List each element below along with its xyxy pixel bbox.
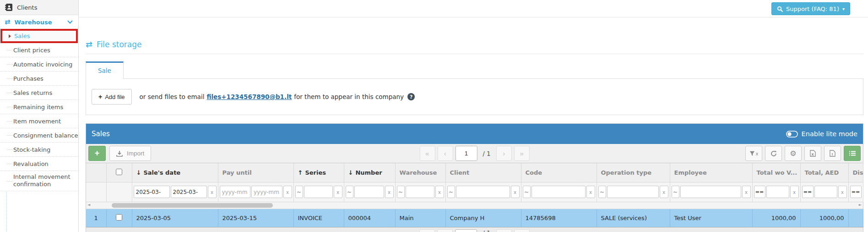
settings-button[interactable]: ⚙: [785, 146, 802, 161]
employee-filter-input[interactable]: [680, 186, 741, 198]
scrollbar-thumb[interactable]: [112, 203, 273, 208]
clear-filter-button[interactable]: x: [511, 186, 520, 198]
add-sale-button[interactable]: +: [88, 146, 106, 161]
total-aed-filter-input[interactable]: [814, 186, 837, 198]
equals-operator[interactable]: ==: [850, 186, 862, 198]
sidebar-item-warehouse[interactable]: ⇄ Warehouse: [0, 15, 78, 29]
prev-page-button[interactable]: ‹: [437, 229, 453, 232]
next-page-button[interactable]: ›: [496, 229, 512, 232]
page-number-input[interactable]: [455, 229, 477, 232]
sidebar-item-item-movement[interactable]: Item movement: [0, 114, 78, 128]
code-filter-input[interactable]: [532, 186, 586, 198]
cell-total-aed[interactable]: 1000,00: [800, 209, 848, 227]
total-wo-vat-filter-input[interactable]: [766, 186, 789, 198]
sidebar-item-automatic-invoicing[interactable]: Automatic invoicing: [0, 57, 78, 72]
sidebar-item-sales[interactable]: Sales: [0, 29, 78, 43]
contains-operator[interactable]: ~: [295, 186, 303, 198]
refresh-button[interactable]: [765, 146, 782, 161]
col-sales-date[interactable]: ↓Sale's date: [132, 163, 218, 182]
col-total-aed[interactable]: Total, AED: [800, 163, 848, 182]
horizontal-scrollbar[interactable]: ◄ ►: [86, 202, 863, 209]
sidebar-item-remaining-items[interactable]: Remaining items: [0, 100, 78, 114]
contains-operator[interactable]: ~: [447, 186, 455, 198]
sidebar-item-client-prices[interactable]: Client prices: [0, 43, 78, 57]
operation-type-filter-input[interactable]: [607, 186, 659, 198]
prev-page-button[interactable]: ‹: [437, 146, 453, 161]
clear-filter-button[interactable]: x: [385, 186, 394, 198]
col-employee[interactable]: Employee: [670, 163, 752, 182]
tab-sale[interactable]: Sale: [86, 61, 124, 79]
col-number[interactable]: ↓Number: [344, 163, 395, 182]
cell-code[interactable]: 14785698: [521, 209, 597, 227]
email-link[interactable]: files+1234567890@b1.lt: [206, 93, 292, 100]
last-page-button[interactable]: »: [514, 229, 530, 232]
support-button[interactable]: Support (FAQ: 81) ▾: [771, 2, 850, 15]
col-code[interactable]: Code: [521, 163, 597, 182]
sidebar-item-consignment-balance[interactable]: Consignment balance: [0, 128, 78, 143]
clear-filter-button[interactable]: x: [334, 186, 342, 198]
col-discount[interactable]: Dis: [848, 163, 863, 182]
clear-filter-button[interactable]: x: [586, 186, 595, 198]
number-filter-input[interactable]: [354, 186, 384, 198]
pay-until-from-input[interactable]: [220, 186, 251, 198]
cell-client[interactable]: Company H: [445, 209, 521, 227]
cell-sales-date[interactable]: 2025-03-05: [132, 209, 218, 227]
col-warehouse[interactable]: Warehouse: [395, 163, 445, 182]
warehouse-filter-input[interactable]: [406, 186, 434, 198]
page-number-input[interactable]: [455, 146, 477, 161]
col-operation-type[interactable]: Operation type: [597, 163, 670, 182]
col-series[interactable]: ↑Series: [293, 163, 344, 182]
contains-operator[interactable]: ~: [523, 186, 531, 198]
clear-filter-button[interactable]: x: [790, 186, 799, 198]
col-client[interactable]: Client: [445, 163, 521, 182]
scroll-right-icon[interactable]: ►: [859, 203, 862, 207]
list-view-button[interactable]: [844, 146, 861, 161]
cell-total-wo-vat[interactable]: 1000,00: [752, 209, 800, 227]
clear-filter-button[interactable]: x: [660, 186, 668, 198]
equals-operator[interactable]: ==: [802, 186, 814, 198]
clear-filters-button[interactable]: x: [745, 146, 762, 161]
equals-operator[interactable]: ==: [754, 186, 765, 198]
clear-filter-button[interactable]: x: [742, 186, 751, 198]
clear-filter-button[interactable]: x: [838, 186, 847, 198]
contains-operator[interactable]: ~: [397, 186, 405, 198]
sales-date-from-input[interactable]: [134, 186, 170, 198]
enable-lite-mode-toggle[interactable]: Enable lite mode: [786, 130, 857, 138]
contains-operator[interactable]: ~: [346, 186, 353, 198]
sidebar-item-stock-taking[interactable]: Stock-taking: [0, 143, 78, 157]
first-page-button[interactable]: «: [419, 229, 435, 232]
import-button[interactable]: Import: [109, 146, 151, 161]
first-page-button[interactable]: «: [419, 146, 435, 161]
clear-filter-button[interactable]: x: [283, 186, 292, 198]
pay-until-to-input[interactable]: [251, 186, 282, 198]
row-checkbox[interactable]: [116, 214, 122, 221]
cell-pay-until[interactable]: 2025-03-15: [218, 209, 293, 227]
col-total-wo-vat[interactable]: Total wo V...: [752, 163, 800, 182]
question-circle-icon[interactable]: ?: [407, 93, 415, 100]
contains-operator[interactable]: ~: [598, 186, 606, 198]
next-page-button[interactable]: ›: [496, 146, 512, 161]
contains-operator[interactable]: ~: [672, 186, 679, 198]
cell-operation-type[interactable]: SALE (services): [597, 209, 670, 227]
scroll-left-icon[interactable]: ◄: [87, 203, 90, 207]
last-page-button[interactable]: »: [514, 146, 530, 161]
cell-number[interactable]: 000004: [344, 209, 395, 227]
clear-filter-button[interactable]: x: [435, 186, 444, 198]
table-row[interactable]: 1 2025-03-05 2025-03-15 INVOICE 000004 M…: [86, 209, 863, 227]
sidebar-item-sales-returns[interactable]: Sales returns: [0, 86, 78, 100]
cell-discount[interactable]: [848, 209, 863, 227]
sidebar-item-revaluation[interactable]: Revaluation: [0, 157, 78, 171]
sidebar-item-internal-movement-confirmation[interactable]: Internal movement confirmation: [0, 171, 78, 191]
add-file-button[interactable]: + Add file: [92, 89, 132, 105]
sidebar-item-purchases[interactable]: Purchases: [0, 72, 78, 86]
sales-date-to-input[interactable]: [171, 186, 207, 198]
sidebar-item-clients[interactable]: Clients: [0, 0, 78, 15]
client-filter-input[interactable]: [456, 186, 510, 198]
col-pay-until[interactable]: Pay until: [218, 163, 293, 182]
series-filter-input[interactable]: [304, 186, 333, 198]
cell-warehouse[interactable]: Main: [395, 209, 445, 227]
clear-filter-button[interactable]: x: [208, 186, 217, 198]
cell-series[interactable]: INVOICE: [293, 209, 344, 227]
cell-employee[interactable]: Test User: [670, 209, 752, 227]
export-excel-button[interactable]: [804, 146, 821, 161]
